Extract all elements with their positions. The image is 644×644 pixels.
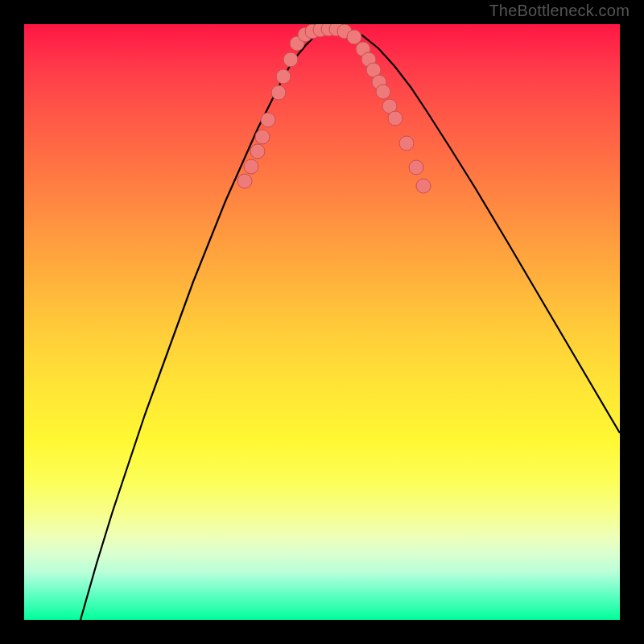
- data-dot: [399, 136, 414, 151]
- curve-layer: [24, 24, 620, 620]
- data-dot: [376, 85, 390, 99]
- data-dot: [250, 144, 265, 159]
- bottleneck-curve: [80, 28, 620, 620]
- data-dot: [237, 174, 252, 188]
- chart-frame: TheBottleneck.com: [0, 0, 644, 644]
- data-dot: [283, 52, 298, 67]
- data-dot: [388, 111, 402, 126]
- watermark-text: TheBottleneck.com: [489, 2, 630, 20]
- data-dot: [347, 30, 361, 44]
- data-dot: [416, 179, 431, 193]
- data-dot: [255, 130, 270, 144]
- data-dots: [237, 24, 431, 193]
- plot-area: [24, 24, 620, 620]
- data-dot: [409, 160, 423, 175]
- data-dot: [271, 85, 286, 100]
- data-dot: [261, 113, 275, 127]
- data-dot: [244, 159, 258, 174]
- data-dot: [276, 69, 291, 84]
